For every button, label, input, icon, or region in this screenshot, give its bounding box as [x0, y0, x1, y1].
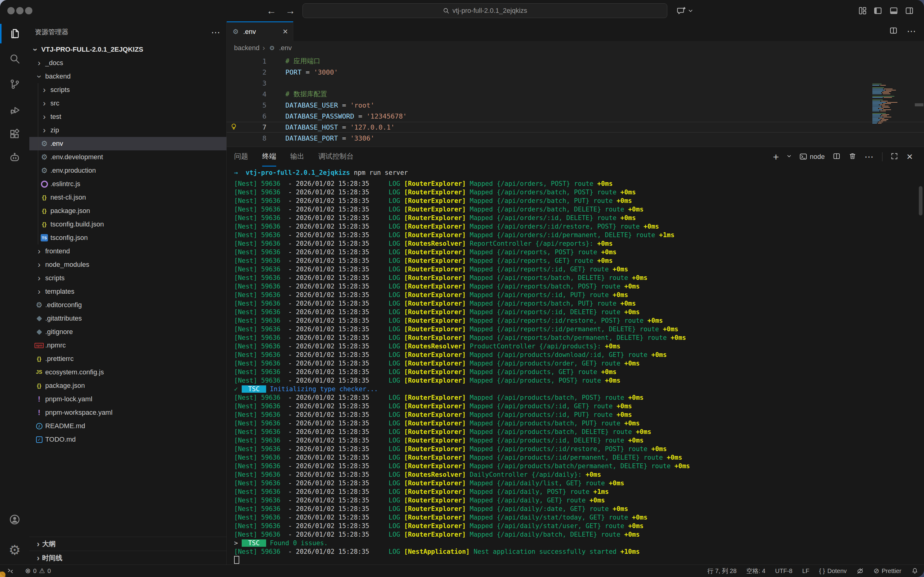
formatter-status[interactable]: ⊘ Prettier: [874, 567, 901, 575]
tree-item-tsconfig.build.json[interactable]: {}tsconfig.build.json: [29, 218, 226, 231]
split-terminal-icon[interactable]: [833, 152, 840, 161]
tree-item-README.md[interactable]: iREADME.md: [29, 419, 226, 433]
search-view-icon[interactable]: [0, 47, 29, 70]
tree-item-.env.development[interactable]: ⚙.env.development: [29, 150, 226, 164]
maximize-panel-icon[interactable]: [890, 152, 898, 161]
tree-item-.env[interactable]: ⚙.env: [29, 137, 226, 150]
copilot-view-icon[interactable]: [0, 146, 29, 169]
tree-item-tsconfig.json[interactable]: TStsconfig.json: [29, 231, 226, 245]
notifications-bell-icon[interactable]: [911, 567, 919, 575]
tab-env[interactable]: ⚙ .env ✕: [227, 21, 293, 41]
window-zoom-button[interactable]: [25, 7, 32, 15]
copilot-chat-icon[interactable]: [676, 6, 686, 15]
gear-file-icon: ⚙: [40, 140, 48, 148]
indentation[interactable]: 空格: 4: [747, 567, 765, 575]
minimap[interactable]: [872, 84, 911, 125]
tree-item-pnpm-lock.yaml[interactable]: !pnpm-lock.yaml: [29, 392, 226, 406]
tree-item-.editorconfig[interactable]: ⚙.editorconfig: [29, 298, 226, 312]
tree-item-backend[interactable]: ›backend: [29, 70, 226, 83]
tree-item-package.json[interactable]: {}package.json: [29, 204, 226, 218]
sidebar-header: 资源管理器 ⋯: [29, 21, 226, 43]
tree-item-test[interactable]: ›test: [29, 110, 226, 124]
copilot-disabled-icon[interactable]: [856, 567, 864, 575]
outline-section[interactable]: ›大纲: [29, 537, 226, 551]
tree-item-.eslintrc.js[interactable]: .eslintrc.js: [29, 177, 226, 191]
nav-forward-icon[interactable]: →: [285, 0, 295, 21]
tab-debug-console[interactable]: 调试控制台: [319, 147, 354, 166]
terminal-log-line: [Nest] 59636 - 2026/01/02 15:28:35 LOG […: [234, 188, 919, 197]
tree-item-templates[interactable]: ›templates: [29, 285, 226, 298]
problems-status[interactable]: ⊗ 0 ⚠ 0: [25, 567, 51, 575]
tab-problems[interactable]: 问题: [234, 147, 248, 166]
tree-item-.env.production[interactable]: ⚙.env.production: [29, 164, 226, 177]
settings-gear-icon[interactable]: ⚙: [0, 538, 29, 562]
tree-item-.gitattributes[interactable]: .gitattributes: [29, 312, 226, 325]
views-more-actions-icon[interactable]: ⋯: [211, 27, 221, 38]
lightbulb-icon[interactable]: [230, 123, 238, 132]
tree-item-nest-cli.json[interactable]: {}nest-cli.json: [29, 191, 226, 204]
kill-terminal-icon[interactable]: [848, 152, 856, 161]
eol[interactable]: LF: [802, 567, 809, 575]
remote-indicator[interactable]: [7, 567, 14, 575]
timeline-section[interactable]: ›时间线: [29, 551, 226, 565]
tree-item-src[interactable]: ›src: [29, 97, 226, 110]
nav-back-icon[interactable]: ←: [266, 0, 276, 21]
tree-item-scripts[interactable]: ›scripts: [29, 83, 226, 97]
todo-file-icon: ✓: [35, 435, 43, 443]
git-file-icon: [35, 328, 43, 336]
source-control-icon[interactable]: [0, 73, 29, 96]
split-editor-icon[interactable]: [889, 26, 898, 36]
tree-item-label: pnpm-lock.yaml: [45, 395, 92, 403]
terminal-scrollbar[interactable]: [919, 186, 922, 216]
command-center-search[interactable]: vtj-pro-full-2.0.1_2ejqkizs: [303, 3, 667, 18]
breadcrumb-file[interactable]: .env: [279, 44, 292, 52]
terminal-dropdown-icon[interactable]: [787, 154, 791, 160]
tree-item-scripts[interactable]: ›scripts: [29, 271, 226, 285]
tree-item-label: zip: [50, 126, 59, 134]
window-minimize-button[interactable]: [16, 7, 24, 15]
tree-item-label: _docs: [45, 59, 63, 67]
terminal-log-line: [Nest] 59636 - 2026/01/02 15:28:35 LOG […: [234, 445, 919, 453]
customize-layout-icon[interactable]: [858, 6, 867, 15]
tree-item-.prettierrc[interactable]: {}.prettierrc: [29, 352, 226, 366]
cursor-position[interactable]: 行 7, 列 28: [707, 567, 737, 575]
tab-close-icon[interactable]: ✕: [283, 28, 288, 36]
terminal-output[interactable]: → vtj-pro-full-2.0.1_2ejqkizs npm run se…: [234, 168, 919, 564]
tree-item-pnpm-workspace.yaml[interactable]: !pnpm-workspace.yaml: [29, 406, 226, 419]
terminal-log-line: [Nest] 59636 - 2026/01/02 15:28:35 LOG […: [234, 334, 919, 342]
toggle-panel-icon[interactable]: [889, 6, 898, 15]
breadcrumb[interactable]: backend › ⚙ .env: [227, 41, 924, 55]
tree-item-node_modules[interactable]: ›node_modules: [29, 258, 226, 271]
tree-item-TODO.md[interactable]: ✓TODO.md: [29, 433, 226, 446]
tree-item-ecosystem.config.js[interactable]: JSecosystem.config.js: [29, 366, 226, 379]
code-lines: 1# 应用端口2PORT = '3000'34# 数据库配置5DATABASE_…: [227, 55, 924, 143]
tab-output[interactable]: 输出: [290, 147, 304, 166]
terminal-instance-node[interactable]: node: [799, 153, 825, 161]
tree-item-frontend[interactable]: ›frontend: [29, 245, 226, 258]
account-icon[interactable]: [0, 508, 29, 531]
tree-item-package.json[interactable]: {}package.json: [29, 379, 226, 392]
minimap-slider[interactable]: [915, 103, 923, 106]
timeline-label: 时间线: [42, 553, 62, 562]
encoding[interactable]: UTF-8: [775, 567, 793, 575]
tree-item-zip[interactable]: ›zip: [29, 124, 226, 137]
explorer-icon[interactable]: [0, 22, 29, 45]
run-debug-icon[interactable]: [0, 98, 29, 121]
window-close-button[interactable]: [7, 7, 14, 15]
chevron-expanded-icon: ›: [35, 73, 43, 81]
terminal-log-line: [Nest] 59636 - 2026/01/02 15:28:35 LOG […: [234, 308, 919, 316]
breadcrumb-folder[interactable]: backend: [234, 44, 259, 52]
tree-item-VTJ-PRO-FULL-2.0.1_2EJQKIZS[interactable]: ›VTJ-PRO-FULL-2.0.1_2EJQKIZS: [29, 43, 226, 56]
toggle-primary-sidebar-icon[interactable]: [873, 6, 882, 15]
tree-item-_docs[interactable]: ›_docs: [29, 56, 226, 70]
tab-terminal[interactable]: 终端: [262, 147, 276, 166]
extensions-icon[interactable]: [0, 123, 29, 146]
code-editor[interactable]: 1# 应用端口2PORT = '3000'34# 数据库配置5DATABASE_…: [227, 55, 924, 147]
tree-item-.npmrc[interactable]: npm.npmrc: [29, 338, 226, 352]
close-panel-icon[interactable]: ✕: [906, 152, 913, 162]
language-mode[interactable]: { } Dotenv: [819, 567, 847, 575]
tree-item-.gitignore[interactable]: .gitignore: [29, 325, 226, 338]
toggle-secondary-sidebar-icon[interactable]: [905, 6, 914, 15]
breadcrumb-file-icon: ⚙: [268, 44, 276, 52]
chevron-down-icon[interactable]: [688, 8, 693, 13]
